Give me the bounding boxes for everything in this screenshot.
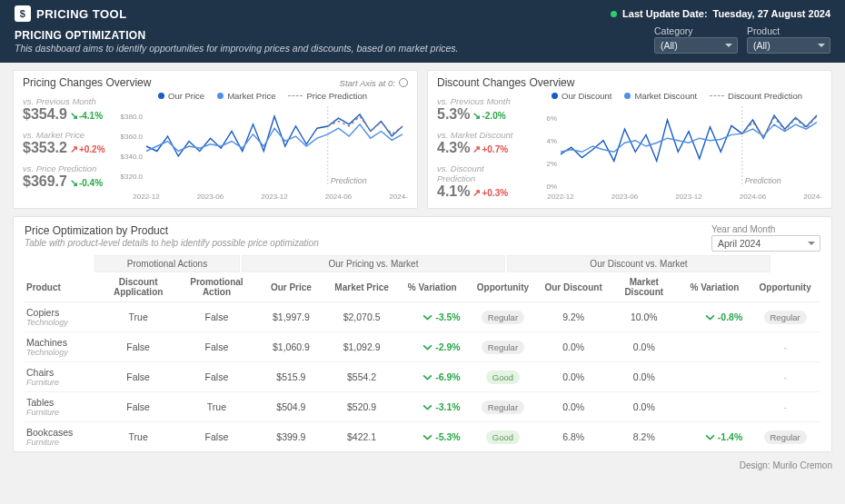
- pricing-kpis: vs. Previous Month $354.9 ↘-4.1% vs. Mar…: [23, 91, 110, 203]
- kpi-market-price: vs. Market Price $353.2 ↗+0.2%: [23, 130, 110, 156]
- topbar: $ PRICING TOOL Last Update Date: Tuesday…: [0, 0, 845, 63]
- col-d-opp[interactable]: Opportunity: [750, 272, 820, 302]
- discount-line-chart: 0%2%4%6%Prediction2022-122023-062023-122…: [532, 103, 822, 203]
- main: Pricing Changes Overview Start Axis at 0…: [0, 63, 845, 460]
- last-update-value: Tuesday, 27 August 2024: [713, 8, 830, 19]
- title-block: PRICING OPTIMIZATION This dashboard aims…: [15, 29, 459, 54]
- table-row[interactable]: ChairsFurnitureFalseFalse$515.9$554.2-6.…: [25, 362, 820, 392]
- category-filter-dropdown[interactable]: (All): [654, 37, 738, 54]
- up-arrow-icon: ↗+0.3%: [472, 187, 508, 199]
- product-table: Product Discount Application Promotional…: [25, 272, 820, 302]
- svg-text:2023-06: 2023-06: [611, 193, 639, 201]
- table-subtitle: Table with product-level details to help…: [25, 238, 319, 248]
- col-our-price[interactable]: Our Price: [256, 272, 327, 302]
- footer-credit: Design: Murilo Cremon: [0, 460, 845, 470]
- category-filter-label: Category: [654, 25, 738, 36]
- down-arrow-icon: ↘-2.0%: [472, 110, 505, 122]
- group-promo: Promotional Actions: [94, 255, 240, 272]
- column-groups: Promotional Actions Our Pricing vs. Mark…: [25, 255, 820, 272]
- svg-text:2024-06: 2024-06: [740, 193, 767, 201]
- up-arrow-icon: ↗+0.2%: [70, 143, 105, 155]
- kpi-prev-month: vs. Previous Month $354.9 ↘-4.1%: [23, 96, 110, 123]
- table-title: Price Optimization by Product: [25, 224, 319, 237]
- table-row[interactable]: MachinesTechnologyFalseFalse$1,060.9$1,0…: [25, 332, 820, 362]
- month-filter-dropdown[interactable]: April 2024: [711, 235, 820, 252]
- discount-card-title: Discount Changes Overview: [437, 76, 574, 89]
- page-title: PRICING OPTIMIZATION: [15, 29, 459, 42]
- month-filter-label: Year and Month: [711, 224, 820, 234]
- svg-text:2023-12: 2023-12: [675, 193, 702, 201]
- svg-text:2022-12: 2022-12: [133, 193, 160, 201]
- filters: Category (All) Product (All): [654, 25, 830, 54]
- down-arrow-icon: ↘-4.1%: [70, 110, 103, 122]
- svg-text:2%: 2%: [546, 160, 557, 168]
- pricing-overview-card: Pricing Changes Overview Start Axis at 0…: [13, 70, 418, 209]
- col-mkt-price[interactable]: Market Price: [326, 272, 397, 302]
- product-filter-dropdown[interactable]: (All): [747, 37, 830, 54]
- product-filter-label: Product: [747, 25, 830, 36]
- svg-text:0%: 0%: [546, 183, 557, 191]
- dollar-icon: $: [15, 5, 31, 22]
- col-p-opp[interactable]: Opportunity: [468, 272, 539, 302]
- last-update: Last Update Date: Tuesday, 27 August 202…: [611, 8, 830, 19]
- col-promo[interactable]: Promotional Action: [177, 272, 255, 302]
- svg-text:$380.0: $380.0: [121, 113, 144, 121]
- discount-overview-card: Discount Changes Overview vs. Previous M…: [427, 70, 832, 209]
- kpi-d-prediction: vs. Discount Prediction 4.1% ↗+0.3%: [437, 163, 524, 200]
- svg-text:2024-06: 2024-06: [325, 193, 353, 201]
- status-dot-icon: [611, 11, 617, 17]
- col-product[interactable]: Product: [25, 272, 99, 302]
- svg-text:Prediction: Prediction: [331, 176, 367, 185]
- svg-text:2023-12: 2023-12: [261, 193, 288, 201]
- axis-toggle[interactable]: Start Axis at 0:: [340, 78, 408, 88]
- pricing-card-title: Pricing Changes Overview: [23, 76, 151, 89]
- down-arrow-icon: ↘-0.4%: [70, 177, 103, 189]
- svg-text:2024-12: 2024-12: [389, 193, 408, 201]
- up-arrow-icon: ↗+0.7%: [472, 143, 508, 155]
- col-d-var[interactable]: % Variation: [680, 272, 751, 302]
- kpi-prediction: vs. Price Prediction $369.7 ↘-0.4%: [23, 163, 110, 190]
- svg-text:Prediction: Prediction: [745, 176, 781, 185]
- pricing-chart-area: Our Price Market Price Price Prediction …: [117, 91, 408, 203]
- col-mkt-disc[interactable]: Market Discount: [609, 272, 680, 302]
- charts-row: Pricing Changes Overview Start Axis at 0…: [13, 70, 832, 209]
- svg-text:$320.0: $320.0: [121, 173, 144, 181]
- discount-kpis: vs. Previous Month 5.3% ↘-2.0% vs. Marke…: [437, 91, 524, 203]
- last-update-label: Last Update Date:: [622, 8, 708, 19]
- product-table-card: Price Optimization by Product Table with…: [13, 216, 832, 452]
- svg-text:$360.0: $360.0: [121, 133, 144, 141]
- svg-text:4%: 4%: [546, 137, 557, 145]
- app-logo: $ PRICING TOOL: [15, 5, 127, 22]
- kpi-d-prev-month: vs. Previous Month 5.3% ↘-2.0%: [437, 96, 524, 123]
- col-our-disc[interactable]: Our Discount: [538, 272, 609, 302]
- svg-text:2022-12: 2022-12: [547, 193, 574, 201]
- group-discount: Our Discount vs. Market: [507, 255, 770, 272]
- table-body: CopiersTechnologyTrueFalse$1,997.9$2,070…: [25, 302, 820, 448]
- page-subtitle: This dashboard aims to identify opportun…: [15, 43, 459, 54]
- svg-text:6%: 6%: [546, 114, 557, 123]
- table-scroll[interactable]: CopiersTechnologyTrueFalse$1,997.9$2,070…: [25, 302, 820, 448]
- col-disc-app[interactable]: Discount Application: [99, 272, 177, 302]
- table-row[interactable]: TablesFurnitureFalseTrue$504.9$520.9-3.1…: [25, 392, 820, 422]
- svg-text:2023-06: 2023-06: [197, 193, 224, 201]
- pricing-line-chart: $320.0$340.0$360.0$380.0Prediction2022-1…: [117, 103, 408, 203]
- svg-text:$340.0: $340.0: [121, 153, 144, 161]
- kpi-d-market: vs. Market Discount 4.3% ↗+0.7%: [437, 130, 524, 156]
- group-pricing: Our Pricing vs. Market: [242, 255, 505, 272]
- table-row[interactable]: CopiersTechnologyTrueFalse$1,997.9$2,070…: [25, 302, 820, 332]
- app-name: PRICING TOOL: [36, 7, 127, 21]
- svg-text:2024-12: 2024-12: [803, 193, 822, 201]
- discount-chart-area: Our Discount Market Discount Discount Pr…: [532, 91, 822, 203]
- col-p-var[interactable]: % Variation: [397, 272, 468, 302]
- table-row[interactable]: BookcasesFurnitureTrueFalse$399.9$422.1-…: [25, 422, 820, 449]
- radio-off-icon: [399, 78, 408, 87]
